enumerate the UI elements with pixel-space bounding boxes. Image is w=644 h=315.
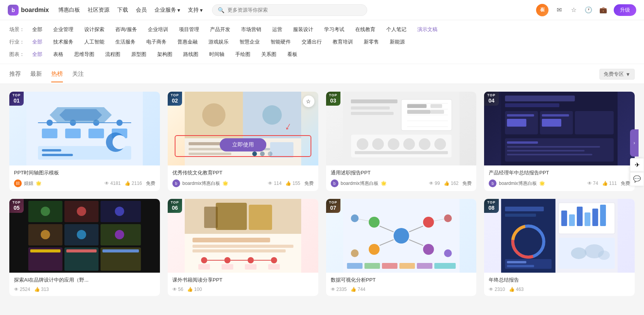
card-1-thumb-svg <box>9 92 160 165</box>
filter-industry-edu[interactable]: 教育培训 <box>330 37 356 47</box>
filter-scene-consult[interactable]: 咨询/服务 <box>112 25 140 34</box>
chart-filter-row: 图表： 全部 表格 思维导图 流程图 原型图 架构图 路线图 时间轴 手绘图 关… <box>9 50 635 59</box>
nav-member[interactable]: 会员 <box>136 7 147 14</box>
filter-industry-hardware[interactable]: 智能硬件 <box>267 37 294 47</box>
filter-industry-ecommerce[interactable]: 电子商务 <box>143 37 170 47</box>
history-icon[interactable]: 🕐 <box>584 6 593 14</box>
filter-scene-online-edu[interactable]: 在线教育 <box>352 25 378 34</box>
logo-icon: b <box>8 5 19 16</box>
filter-industry-transport[interactable]: 交通出行 <box>299 37 325 47</box>
filter-industry-ai[interactable]: 人工智能 <box>81 37 108 47</box>
svg-rect-137 <box>569 214 575 226</box>
card-1[interactable]: TOP 01 <box>9 92 160 191</box>
filter-scene-enterprise-mgmt[interactable]: 企业管理 <box>50 25 76 34</box>
card-2-author-name: boardmix博惠白板 <box>182 180 220 187</box>
card-1-thumbnail: TOP 01 <box>9 92 160 165</box>
card-6-stats: 👁 56 👍 100 <box>172 287 202 292</box>
svg-point-26 <box>202 103 226 127</box>
card-3[interactable]: TOP 03 <box>326 92 477 191</box>
svg-rect-103 <box>222 264 233 270</box>
filter-chart-kanban[interactable]: 看板 <box>284 50 300 59</box>
filter-scene-training[interactable]: 企业培训 <box>145 25 171 34</box>
filter-scene-design[interactable]: 设计探索 <box>81 25 108 34</box>
filter-scene-all[interactable]: 全部 <box>29 25 45 34</box>
card-8-thumbnail: TOP 08 <box>484 199 635 273</box>
filter-industry-smart-biz[interactable]: 智慧企业 <box>236 37 263 47</box>
card-2-star-button[interactable]: ☆ <box>303 96 314 107</box>
free-section-button[interactable]: 免费专区 ▼ <box>599 69 635 80</box>
card-6[interactable]: TOP 06 <box>168 199 318 296</box>
filter-industry-finance[interactable]: 普惠金融 <box>174 37 201 47</box>
tab-follow[interactable]: 关注 <box>72 70 84 82</box>
card-8[interactable]: TOP 08 <box>484 199 635 296</box>
filter-scene-notes[interactable]: 个人笔记 <box>383 25 410 34</box>
card-2-top-badge: TOP 02 <box>168 92 182 106</box>
filter-industry-all[interactable]: 全部 <box>29 37 45 47</box>
bag-icon[interactable]: 💼 <box>599 6 608 14</box>
card-3-thumbnail: TOP 03 <box>326 92 477 165</box>
filter-chart-all[interactable]: 全部 <box>29 50 45 59</box>
card-5-likes: 👍 313 <box>34 287 49 292</box>
filter-industry-tech[interactable]: 技术服务 <box>50 37 76 47</box>
filter-chart-mindmap[interactable]: 思维导图 <box>71 50 97 59</box>
search-bar[interactable]: 🔍 <box>212 4 367 16</box>
filter-chart-arch[interactable]: 架构图 <box>154 50 175 59</box>
upgrade-button[interactable]: 升级 <box>614 4 636 16</box>
nav-download[interactable]: 下载 <box>117 7 128 14</box>
svg-point-50 <box>418 138 430 150</box>
filter-chart-sketch[interactable]: 手绘图 <box>232 50 253 59</box>
card-2-use-button[interactable]: 立即使用 <box>220 138 266 151</box>
card-7[interactable]: TOP 07 <box>326 199 477 296</box>
mail-icon[interactable]: ✉ <box>555 6 563 14</box>
card-4[interactable]: TOP 04 <box>484 92 635 191</box>
filter-chart-relation[interactable]: 关系图 <box>258 50 279 59</box>
industry-label: 行业： <box>9 38 24 45</box>
avatar[interactable]: 崔 <box>536 4 549 16</box>
svg-point-145 <box>598 251 610 260</box>
card-2-title: 优秀传统文化教育PPT <box>172 169 314 176</box>
star-icon[interactable]: ☆ <box>569 6 578 14</box>
filter-chart-table[interactable]: 表格 <box>50 50 66 59</box>
filter-scene-ops[interactable]: 运营 <box>269 25 285 34</box>
tab-recommend[interactable]: 推荐 <box>9 70 21 82</box>
nav-whiteboard[interactable]: 博惠白板 <box>58 7 80 14</box>
filter-chart-prototype[interactable]: 原型图 <box>128 50 149 59</box>
nav-support[interactable]: 支持 ▾ <box>188 7 203 14</box>
filter-scene-ppt[interactable]: 演示文稿 <box>414 25 441 34</box>
filter-chart-flow[interactable]: 流程图 <box>102 50 123 59</box>
filter-scene-project[interactable]: 项目管理 <box>176 25 202 34</box>
support-arrow-icon: ▾ <box>200 7 203 13</box>
card-1-price: 免费 <box>146 180 155 187</box>
svg-rect-65 <box>507 146 600 148</box>
right-sidebar: › ✈ 💬 <box>630 129 644 186</box>
card-2-author: b boardmix博惠白板 🌟 <box>172 179 228 187</box>
filter-industry-energy[interactable]: 新能源 <box>387 37 408 47</box>
filter-industry-retail[interactable]: 新零售 <box>361 37 382 47</box>
tab-latest[interactable]: 最新 <box>30 70 42 82</box>
logo[interactable]: b boardmix <box>8 5 49 16</box>
sidebar-send-button[interactable]: ✈ <box>630 158 644 172</box>
filter-chart-roadmap[interactable]: 路线图 <box>180 50 201 59</box>
card-4-thumb-svg <box>484 92 635 165</box>
search-input[interactable] <box>227 7 361 13</box>
filter-scene-product[interactable]: 产品开发 <box>207 25 233 34</box>
card-5-views: 👁 2524 <box>14 287 30 292</box>
sidebar-chat-button[interactable]: 💬 <box>630 172 644 186</box>
filter-scene-marketing[interactable]: 市场营销 <box>238 25 264 34</box>
card-4-footer: b boardmix博惠白板 🌟 👁 74 👍 111 免费 <box>489 179 630 187</box>
filter-scene-exam[interactable]: 学习考试 <box>321 25 347 34</box>
filter-scene-fashion[interactable]: 服装设计 <box>290 25 316 34</box>
tab-hot[interactable]: 热榜 <box>51 70 63 82</box>
nav-community[interactable]: 社区资源 <box>88 7 109 14</box>
card-7-likes: 👍 744 <box>351 287 365 292</box>
svg-point-119 <box>444 249 451 257</box>
filter-chart-timeline[interactable]: 时间轴 <box>206 50 227 59</box>
filter-industry-life[interactable]: 生活服务 <box>112 37 139 47</box>
nav-enterprise[interactable]: 企业服务 ▾ <box>154 7 180 14</box>
svg-rect-41 <box>407 104 426 108</box>
filter-industry-gaming[interactable]: 游戏娱乐 <box>205 37 232 47</box>
card-5[interactable]: TOP 05 <box>9 199 160 296</box>
card-3-likes: 👍 162 <box>444 181 458 186</box>
sidebar-expand-button[interactable]: › <box>630 129 639 157</box>
card-2[interactable]: TOP 02 ☆ <box>168 92 318 191</box>
